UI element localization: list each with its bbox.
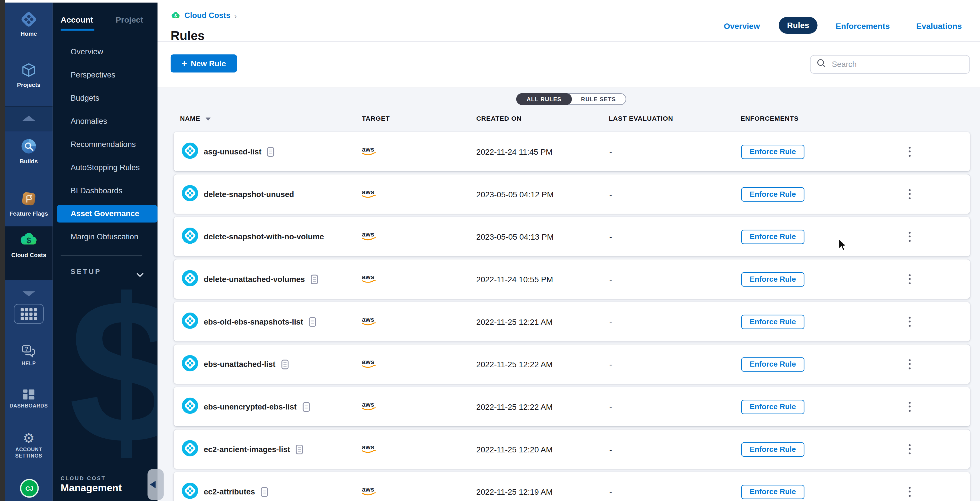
breadcrumb-link[interactable]: Cloud Costs	[185, 11, 231, 20]
aws-icon: aws	[361, 400, 377, 413]
table-row[interactable]: delete-unattached-volumes aws 2022-11-24…	[174, 259, 970, 299]
created-on-value: 2023-05-05 04:13 PM	[476, 232, 554, 241]
last-evaluation-value: -	[609, 189, 612, 199]
enforce-rule-button[interactable]: Enforce Rule	[741, 399, 805, 414]
setup-section-label[interactable]: SETUP	[71, 268, 102, 275]
column-header-name[interactable]: NAME	[180, 115, 210, 122]
sidebar-item-budgets[interactable]: Budgets	[52, 86, 158, 110]
sidebar-item-margin-obfuscation[interactable]: Margin Obfuscation	[52, 225, 158, 248]
kebab-menu-icon[interactable]	[906, 229, 913, 245]
rail-item-feature-flags[interactable]: Feature Flags	[5, 190, 52, 217]
kebab-menu-icon[interactable]	[906, 271, 913, 287]
rail-item-cloud-costs[interactable]: $ Cloud Costs	[5, 231, 52, 258]
projects-icon	[5, 61, 52, 80]
tab-account[interactable]: Account	[60, 15, 116, 24]
toggle-rule-sets[interactable]: RULE SETS	[571, 94, 625, 104]
rule-name: asg-unused-list	[204, 147, 262, 156]
rail-item-home[interactable]: Home	[5, 10, 52, 37]
svg-text:aws: aws	[362, 443, 374, 450]
rail-item-help[interactable]: ? HELP	[5, 344, 52, 367]
tab-rules[interactable]: Rules	[779, 17, 818, 34]
table-row[interactable]: ebs-unencrypted-ebs-list aws 2022-11-25 …	[174, 387, 970, 426]
new-rule-button[interactable]: + New Rule	[171, 54, 237, 72]
table-row[interactable]: delete-snapshot-unused aws 2023-05-05 04…	[174, 175, 970, 214]
table-row[interactable]: delete-snapshot-with-no-volume aws 2023-…	[174, 217, 970, 256]
enforce-rule-button[interactable]: Enforce Rule	[741, 145, 805, 159]
sidebar-item-anomalies[interactable]: Anomalies	[52, 110, 158, 133]
enforce-rule-button[interactable]: Enforce Rule	[741, 484, 805, 499]
column-header-enforcements: ENFORCEMENTS	[741, 115, 799, 122]
table-row[interactable]: ec2-ancient-images-list aws 2022-11-25 1…	[174, 429, 970, 469]
kebab-menu-icon[interactable]	[906, 314, 913, 329]
last-evaluation-value: -	[609, 317, 612, 326]
kebab-menu-icon[interactable]	[906, 144, 913, 159]
created-on-value: 2022-11-24 11:45 PM	[476, 147, 552, 156]
kebab-menu-icon[interactable]	[906, 484, 913, 499]
aws-icon: aws	[361, 443, 377, 455]
copy-icon[interactable]	[261, 487, 268, 497]
rail-item-account-settings[interactable]: ⚙ ACCOUNT SETTINGS	[5, 430, 52, 460]
kebab-menu-icon[interactable]	[906, 399, 913, 414]
copy-icon[interactable]	[309, 317, 316, 326]
setup-chevron-down-icon[interactable]	[136, 269, 144, 280]
copy-icon[interactable]	[310, 274, 318, 284]
enforce-rule-button[interactable]: Enforce Rule	[741, 442, 805, 456]
tab-enforcements[interactable]: Enforcements	[836, 21, 890, 30]
tab-evaluations[interactable]: Evaluations	[916, 21, 962, 30]
sidebar-item-asset-governance[interactable]: Asset Governance	[57, 205, 158, 222]
user-avatar[interactable]: CJ	[20, 479, 39, 498]
kebab-menu-icon[interactable]	[906, 356, 913, 372]
rule-icon	[182, 355, 198, 374]
copy-icon[interactable]	[296, 444, 303, 454]
dollar-watermark: $	[68, 278, 157, 465]
rail-collapse-down[interactable]	[5, 291, 52, 296]
module-eyebrow: CLOUD COST	[60, 475, 106, 482]
svg-text:$: $	[174, 13, 177, 18]
svg-text:aws: aws	[362, 145, 374, 153]
top-edge	[5, 0, 980, 3]
sidebar-collapse-button[interactable]	[148, 469, 164, 500]
rule-name: delete-unattached-volumes	[204, 275, 305, 284]
created-on-value: 2022-11-25 12:22 AM	[476, 402, 553, 412]
toggle-all-rules[interactable]: ALL RULES	[516, 93, 572, 105]
rule-icon	[182, 185, 198, 204]
copy-icon[interactable]	[302, 402, 310, 412]
enforce-rule-button[interactable]: Enforce Rule	[741, 315, 805, 329]
rail-item-builds[interactable]: Builds	[5, 138, 52, 164]
kebab-menu-icon[interactable]	[906, 186, 913, 202]
enforce-rule-button[interactable]: Enforce Rule	[741, 229, 805, 243]
tab-overview[interactable]: Overview	[724, 21, 760, 30]
created-on-value: 2022-11-25 12:21 AM	[476, 317, 553, 326]
enforce-rule-button[interactable]: Enforce Rule	[741, 272, 805, 286]
sidebar-item-overview[interactable]: Overview	[52, 40, 158, 63]
rule-name: ebs-unattached-list	[204, 360, 275, 369]
kebab-menu-icon[interactable]	[906, 442, 913, 457]
search-input[interactable]	[830, 59, 963, 70]
svg-text:aws: aws	[362, 315, 374, 323]
enforce-rule-button[interactable]: Enforce Rule	[741, 357, 805, 371]
table-row[interactable]: ebs-unattached-list aws 2022-11-25 12:22…	[174, 345, 970, 384]
copy-icon[interactable]	[267, 147, 274, 157]
last-evaluation-value: -	[609, 275, 612, 284]
rail-item-projects[interactable]: Projects	[5, 61, 52, 88]
rule-name: delete-snapshot-unused	[204, 190, 294, 199]
gear-icon: ⚙	[5, 430, 52, 445]
sidebar-item-autostopping-rules[interactable]: AutoStopping Rules	[52, 156, 158, 179]
table-row[interactable]: ebs-old-ebs-snapshots-list aws 2022-11-2…	[174, 302, 970, 342]
created-on-value: 2022-11-25 12:20 AM	[476, 444, 553, 454]
sidebar-item-perspectives[interactable]: Perspectives	[52, 63, 158, 86]
copy-icon[interactable]	[281, 359, 288, 369]
active-tab-underline	[60, 29, 94, 31]
tab-project[interactable]: Project	[116, 15, 143, 24]
rail-collapse-up[interactable]	[5, 107, 52, 131]
apps-grid-icon	[21, 308, 37, 320]
table-row[interactable]: asg-unused-list aws 2022-11-24 11:45 PM …	[174, 132, 970, 171]
rail-item-dashboards[interactable]: DASHBOARDS	[5, 388, 52, 409]
svg-text:aws: aws	[362, 188, 374, 195]
enforce-rule-button[interactable]: Enforce Rule	[741, 187, 805, 201]
builds-icon	[5, 138, 52, 156]
sidebar-item-recommendations[interactable]: Recommendations	[52, 132, 158, 156]
module-picker-button[interactable]	[14, 304, 44, 324]
sidebar-item-bi-dashboards[interactable]: BI Dashboards	[52, 179, 158, 202]
table-row[interactable]: ec2-attributes aws 2022-11-25 12:19 AM -…	[174, 472, 970, 501]
